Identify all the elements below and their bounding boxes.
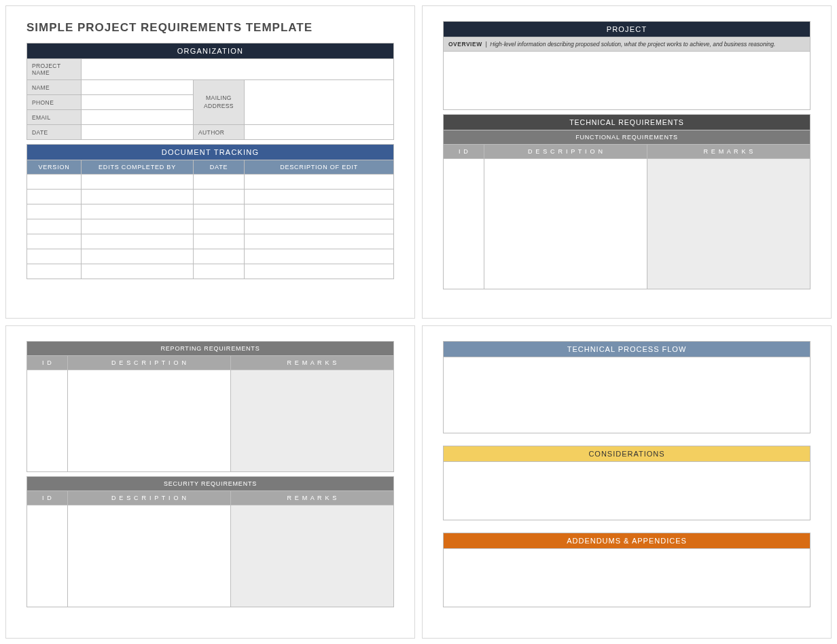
- label-name: NAME: [27, 80, 82, 95]
- label-date: DATE: [27, 125, 82, 140]
- col-desc: D E S C R I P T I O N: [68, 356, 231, 370]
- col-edits-by: EDITS COMPLETED BY: [82, 160, 194, 175]
- template-title: SIMPLE PROJECT REQUIREMENTS TEMPLATE: [26, 21, 394, 35]
- addendums-body[interactable]: [444, 549, 811, 607]
- considerations-body[interactable]: [444, 462, 811, 520]
- label-project-name: PROJECT NAME: [27, 59, 82, 80]
- field-phone[interactable]: [82, 95, 194, 110]
- security-desc-body[interactable]: [68, 505, 231, 607]
- page-2: PROJECT OVERVIEW | High-level informatio…: [422, 5, 832, 319]
- func-remarks-body[interactable]: [647, 159, 811, 289]
- label-mailing-address: MAILING ADDRESS: [194, 80, 245, 125]
- overview-hint: High-level information describing propos…: [490, 41, 775, 48]
- security-header: SECURITY REQUIREMENTS: [27, 477, 394, 491]
- col-remarks: R E M A R K S: [231, 356, 394, 370]
- reporting-id-body[interactable]: [27, 370, 68, 472]
- overview-label: OVERVIEW: [448, 41, 482, 48]
- field-project-name[interactable]: [82, 59, 394, 80]
- security-table: SECURITY REQUIREMENTS I D D E S C R I P …: [26, 476, 394, 607]
- func-desc-body[interactable]: [484, 159, 647, 289]
- organization-table: ORGANIZATION PROJECT NAME NAME MAILING A…: [26, 43, 394, 140]
- overview-body[interactable]: [444, 52, 811, 110]
- table-row[interactable]: [27, 264, 394, 279]
- reporting-remarks-body[interactable]: [231, 370, 394, 472]
- page-4: TECHNICAL PROCESS FLOW CONSIDERATIONS AD…: [422, 325, 832, 639]
- page-1: SIMPLE PROJECT REQUIREMENTS TEMPLATE ORG…: [5, 5, 415, 319]
- tech-req-header: TECHNICAL REQUIREMENTS: [444, 115, 811, 130]
- tech-req-table: TECHNICAL REQUIREMENTS FUNCTIONAL REQUIR…: [443, 114, 811, 289]
- col-date: DATE: [194, 160, 245, 175]
- table-row[interactable]: [27, 204, 394, 219]
- col-version: VERSION: [27, 160, 82, 175]
- reporting-table: REPORTING REQUIREMENTS I D D E S C R I P…: [26, 341, 394, 472]
- table-row[interactable]: [27, 190, 394, 204]
- field-date[interactable]: [82, 125, 194, 140]
- table-row[interactable]: [27, 175, 394, 190]
- label-email: EMAIL: [27, 110, 82, 125]
- col-id: I D: [27, 356, 68, 370]
- security-remarks-body[interactable]: [231, 505, 394, 607]
- col-id: I D: [444, 145, 484, 159]
- addendums-table: ADDENDUMS & APPENDICES: [443, 533, 811, 607]
- field-author[interactable]: [245, 125, 394, 140]
- col-remarks: R E M A R K S: [231, 491, 394, 505]
- security-id-body[interactable]: [27, 505, 68, 607]
- func-id-body[interactable]: [444, 159, 484, 289]
- page-3: REPORTING REQUIREMENTS I D D E S C R I P…: [5, 325, 415, 639]
- tracking-header: DOCUMENT TRACKING: [27, 145, 394, 160]
- table-row[interactable]: [27, 249, 394, 264]
- table-row[interactable]: [27, 219, 394, 234]
- reporting-desc-body[interactable]: [68, 370, 231, 472]
- tech-flow-body[interactable]: [444, 357, 811, 433]
- field-name[interactable]: [82, 80, 194, 95]
- considerations-table: CONSIDERATIONS: [443, 446, 811, 520]
- field-email[interactable]: [82, 110, 194, 125]
- field-mailing-address[interactable]: [245, 80, 394, 125]
- col-desc: D E S C R I P T I O N: [484, 145, 647, 159]
- tech-flow-table: TECHNICAL PROCESS FLOW: [443, 341, 811, 433]
- col-desc: D E S C R I P T I O N: [68, 491, 231, 505]
- col-desc: DESCRIPTION OF EDIT: [245, 160, 394, 175]
- label-phone: PHONE: [27, 95, 82, 110]
- project-header: PROJECT: [444, 22, 811, 37]
- considerations-header: CONSIDERATIONS: [444, 446, 811, 462]
- label-author: AUTHOR: [194, 125, 245, 140]
- project-table: PROJECT OVERVIEW | High-level informatio…: [443, 21, 811, 110]
- func-req-header: FUNCTIONAL REQUIREMENTS: [444, 130, 811, 145]
- document-container: SIMPLE PROJECT REQUIREMENTS TEMPLATE ORG…: [5, 5, 832, 639]
- col-remarks: R E M A R K S: [647, 145, 811, 159]
- tech-flow-header: TECHNICAL PROCESS FLOW: [444, 342, 811, 357]
- reporting-header: REPORTING REQUIREMENTS: [27, 342, 394, 356]
- organization-header: ORGANIZATION: [27, 43, 394, 59]
- addendums-header: ADDENDUMS & APPENDICES: [444, 533, 811, 549]
- overview-hint-row: OVERVIEW | High-level information descri…: [444, 37, 811, 52]
- col-id: I D: [27, 491, 68, 505]
- document-tracking-table: DOCUMENT TRACKING VERSION EDITS COMPLETE…: [26, 144, 394, 279]
- table-row[interactable]: [27, 234, 394, 249]
